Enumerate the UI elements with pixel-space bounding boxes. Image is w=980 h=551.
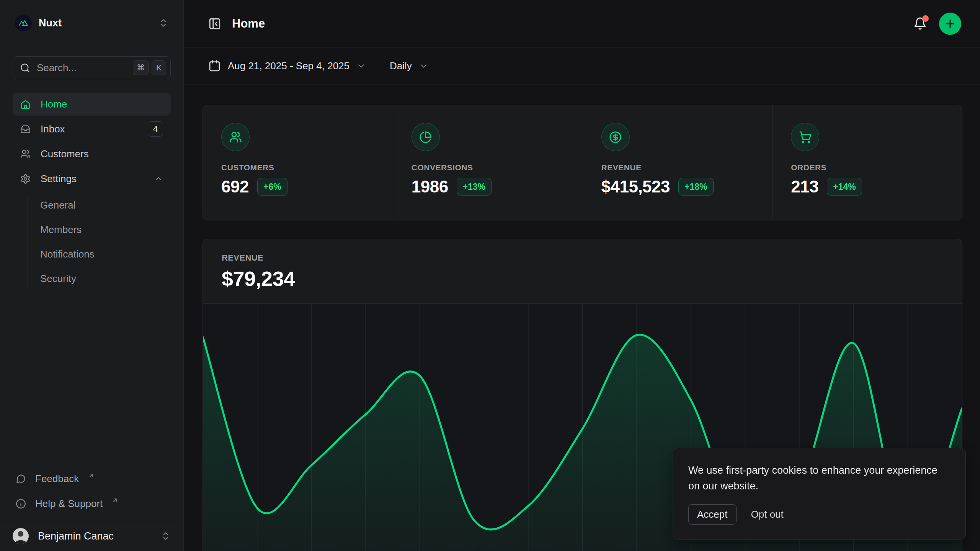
sidebar-item-security[interactable]: Security [28,266,171,291]
stat-value: $415,523 [601,177,670,196]
granularity-label: Daily [390,60,412,72]
workspace-name: Nuxt [39,17,62,29]
search-placeholder: Search... [37,62,77,74]
sidebar-nav: Home Inbox 4 Customers Settings [13,93,171,291]
sidebar-item-customers[interactable]: Customers [13,142,171,165]
nuxt-logo-icon [15,15,32,31]
revenue-chart-label: REVENUE [222,253,943,263]
subnav-label: Members [40,224,82,236]
users-icon [221,123,250,151]
users-icon [20,149,31,159]
stat-label: ORDERS [791,163,944,172]
sidebar-item-inbox[interactable]: Inbox 4 [13,117,171,140]
search-input[interactable]: Search... ⌘ K [13,56,171,79]
stat-revenue[interactable]: REVENUE $415,523 +18% [583,105,773,220]
topbar: Home [184,0,980,47]
sidebar-collapse-button[interactable] [208,17,221,30]
sidebar-item-label: Inbox [41,123,65,135]
sidebar-footer: Feedback Help & Support Benjamin Canac [13,466,171,551]
stat-conversions[interactable]: CONVERSIONS 1986 +13% [393,105,583,220]
panel-collapse-icon [208,17,221,30]
cookie-message: We use first-party cookies to enhance yo… [688,463,950,494]
stat-value: 1986 [412,177,448,196]
stat-label: REVENUE [601,163,754,172]
stat-delta-badge: +14% [827,178,862,196]
external-link-icon [112,497,118,504]
chevron-down-icon [419,61,428,71]
footer-link-label: Help & Support [35,498,103,510]
add-button[interactable] [939,13,961,35]
sidebar: Nuxt Search... ⌘ K Home [0,0,184,551]
date-range-label: Aug 21, 2025 - Sep 4, 2025 [228,60,350,72]
stat-orders[interactable]: ORDERS 213 +14% [772,105,962,220]
house-icon [20,99,31,109]
footer-link-label: Feedback [35,473,79,485]
stat-delta-badge: +13% [457,178,492,196]
date-range-picker[interactable]: Aug 21, 2025 - Sep 4, 2025 [208,60,366,72]
search-icon [20,63,30,73]
inbox-count-badge: 4 [148,121,163,137]
shopping-cart-icon [791,123,819,151]
granularity-select[interactable]: Daily [390,60,428,72]
gear-icon [20,174,31,184]
sidebar-item-members[interactable]: Members [28,217,171,242]
feedback-link[interactable]: Feedback [13,466,171,491]
calendar-icon [208,60,221,72]
page-title: Home [232,17,265,31]
kbd-cmd: ⌘ [133,60,149,75]
inbox-icon [20,124,31,134]
chevrons-up-down-icon [158,18,168,28]
subnav-label: Security [40,273,76,285]
external-link-icon [88,472,95,479]
stat-label: CONVERSIONS [412,163,564,172]
search-kbd-group: ⌘ K [133,60,166,75]
settings-subnav: General Members Notifications Security [28,193,171,291]
stat-delta-badge: +18% [678,178,713,196]
stat-delta-badge: +6% [257,178,287,196]
chevrons-up-down-icon [161,531,171,541]
sidebar-item-home[interactable]: Home [13,93,171,116]
revenue-chart-value: $79,234 [222,267,943,290]
kbd-k: K [152,60,166,75]
sidebar-item-general[interactable]: General [28,193,171,217]
sidebar-item-settings[interactable]: Settings [13,167,171,190]
sidebar-item-label: Settings [41,173,77,185]
stat-label: CUSTOMERS [221,163,374,172]
pie-chart-icon [412,123,440,151]
toolbar: Aug 21, 2025 - Sep 4, 2025 Daily [184,47,980,85]
circle-dollar-icon [601,123,630,151]
topbar-actions [913,13,961,35]
user-name: Benjamin Canac [38,530,114,542]
user-menu[interactable]: Benjamin Canac [0,521,183,551]
stat-value: 692 [221,177,249,196]
stat-value: 213 [791,177,818,196]
plus-icon [944,18,956,30]
opt-out-button[interactable]: Opt out [751,509,784,520]
message-circle-icon [16,474,26,484]
notification-dot [922,15,929,22]
cookie-consent-toast: We use first-party cookies to enhance yo… [673,448,966,540]
accept-button[interactable]: Accept [688,504,737,525]
chevron-up-icon [154,174,163,183]
sidebar-item-notifications[interactable]: Notifications [28,242,171,266]
chevron-down-icon [356,61,366,71]
avatar [13,528,29,544]
stat-customers[interactable]: CUSTOMERS 692 +6% [203,105,393,220]
sidebar-item-label: Home [41,98,67,110]
subnav-label: Notifications [40,248,95,260]
cookie-actions: Accept Opt out [688,504,950,525]
help-support-link[interactable]: Help & Support [13,491,171,516]
notifications-button[interactable] [913,17,927,30]
revenue-chart-header: REVENUE $79,234 [203,239,962,290]
stats-row: CUSTOMERS 692 +6% CONVERSIONS 1986 +13% [203,105,962,220]
info-circle-icon [16,499,26,509]
sidebar-item-label: Customers [41,148,89,160]
workspace-switcher[interactable]: Nuxt [13,10,171,36]
subnav-label: General [40,199,76,211]
